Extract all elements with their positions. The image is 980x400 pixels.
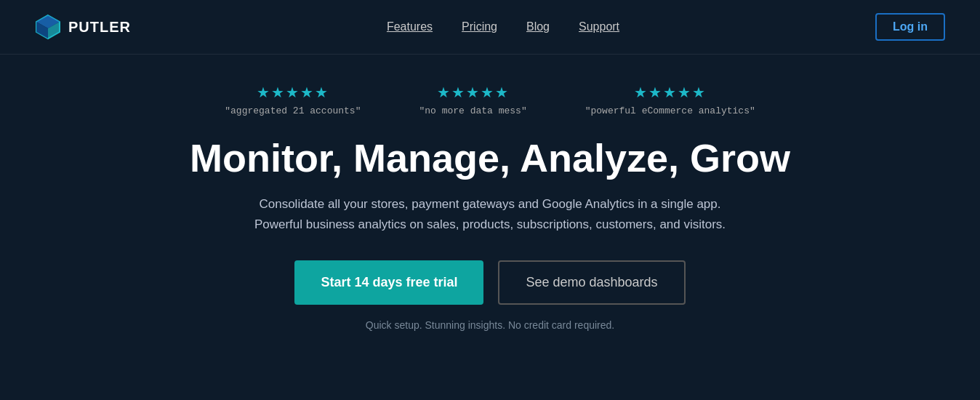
nav-item-blog[interactable]: Blog [526, 20, 550, 33]
quote-1: "aggregated 21 accounts" [225, 105, 361, 116]
start-trial-button[interactable]: Start 14 days free trial [294, 260, 483, 305]
stars-1: ★★★★★ [257, 84, 329, 101]
logo-text: PUTLER [68, 19, 131, 36]
review-item-2: ★★★★★ "no more data mess" [419, 84, 526, 116]
nav-item-features[interactable]: Features [387, 20, 433, 33]
stars-2: ★★★★★ [437, 84, 510, 101]
nav-item-support[interactable]: Support [579, 20, 619, 33]
nav-link-features[interactable]: Features [387, 20, 433, 33]
cta-buttons: Start 14 days free trial See demo dashbo… [294, 260, 685, 305]
quote-3: "powerful eCommerce analytics" [585, 105, 755, 116]
quote-2: "no more data mess" [419, 105, 526, 116]
nav-link-blog[interactable]: Blog [526, 20, 550, 33]
review-item-1: ★★★★★ "aggregated 21 accounts" [225, 84, 361, 116]
stars-3: ★★★★★ [634, 84, 707, 101]
hero-footnote: Quick setup. Stunning insights. No credi… [366, 319, 614, 331]
hero-section: ★★★★★ "aggregated 21 accounts" ★★★★★ "no… [0, 55, 980, 331]
review-item-3: ★★★★★ "powerful eCommerce analytics" [585, 84, 755, 116]
hero-title: Monitor, Manage, Analyze, Grow [190, 137, 790, 180]
reviews-row: ★★★★★ "aggregated 21 accounts" ★★★★★ "no… [225, 84, 755, 116]
hero-subtitle-line1: Consolidate all your stores, payment gat… [259, 197, 720, 211]
nav-link-support[interactable]: Support [579, 20, 619, 33]
nav-link-pricing[interactable]: Pricing [462, 20, 497, 33]
logo-icon [35, 14, 61, 40]
hero-subtitle-line2: Powerful business analytics on sales, pr… [254, 217, 726, 231]
login-button[interactable]: Log in [875, 13, 945, 41]
navbar: PUTLER Features Pricing Blog Support Log… [0, 0, 980, 55]
logo[interactable]: PUTLER [35, 14, 131, 40]
hero-subtitle: Consolidate all your stores, payment gat… [254, 194, 726, 233]
see-demo-button[interactable]: See demo dashboards [498, 260, 685, 305]
nav-item-pricing[interactable]: Pricing [462, 20, 497, 33]
nav-links: Features Pricing Blog Support [387, 20, 619, 33]
